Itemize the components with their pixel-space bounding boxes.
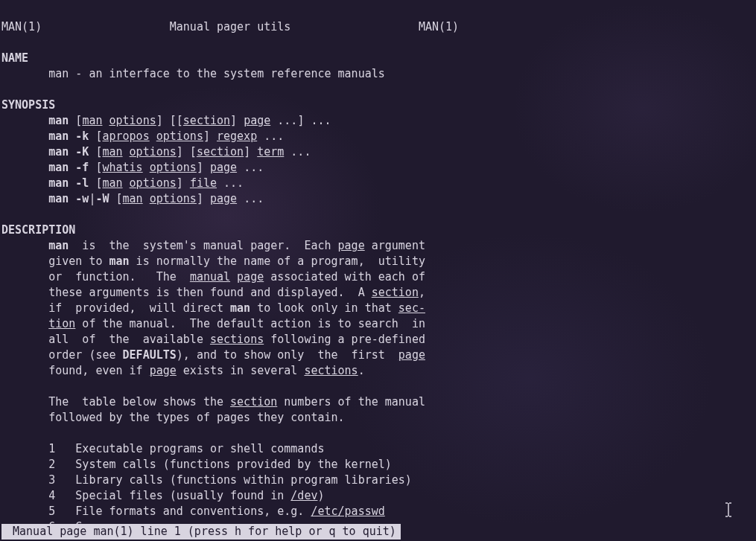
- syn-term-u: term: [257, 145, 284, 159]
- table-row: 1 Executable programs or shell commands: [48, 442, 324, 455]
- syn-page-u2: page: [210, 161, 237, 174]
- desc-page-u4: page: [150, 364, 177, 377]
- syn-file-u: file: [190, 176, 217, 190]
- header-line: MAN(1) Manual pager utils MAN(1): [1, 20, 459, 33]
- syn-apropos-u: apropos: [102, 129, 149, 143]
- text-cursor-icon: [723, 502, 734, 520]
- syn-man-u2: man: [102, 145, 122, 159]
- table-row: 3 Library calls (functions within progra…: [48, 473, 412, 487]
- desc-man-b3: man: [230, 301, 250, 315]
- syn-man-k: man -k: [48, 129, 89, 143]
- desc-page-u3: page: [398, 348, 425, 362]
- desc-defaults-b: DEFAULTS: [123, 348, 177, 362]
- section-description-header: DESCRIPTION: [1, 223, 75, 237]
- path-passwd: /etc/passwd: [311, 505, 384, 518]
- desc-manual-u: manual: [190, 270, 230, 284]
- syn-man-l: man -l: [48, 176, 89, 190]
- syn-opts-u3: options: [130, 145, 177, 159]
- name-line: man - an interface to the system referen…: [48, 67, 385, 80]
- manpage-content[interactable]: MAN(1) Manual pager utils MAN(1) NAME ma…: [0, 0, 756, 535]
- section-name-header: NAME: [1, 51, 28, 65]
- syn-section-u: section: [183, 114, 230, 127]
- syn-page-u3: page: [210, 192, 237, 205]
- syn-section-u2: section: [197, 145, 244, 159]
- table-row: 5 File formats and conventions, e.g. /et…: [48, 505, 385, 518]
- desc-sections-u2: sections: [304, 364, 358, 377]
- syn-man-w: man -w: [48, 192, 89, 205]
- desc-man-b2: man: [109, 255, 130, 268]
- terminal-window: MAN(1) Manual pager utils MAN(1) NAME ma…: [0, 0, 756, 541]
- syn-page-u: page: [244, 114, 270, 127]
- pager-status-bar[interactable]: Manual page man(1) line 1 (press h for h…: [1, 524, 401, 540]
- syn-man-f: man -f: [48, 161, 89, 174]
- desc-man-b1: man: [48, 239, 69, 252]
- desc-sec-hy: sec-: [398, 301, 425, 315]
- desc-sections-u1: sections: [210, 333, 264, 346]
- syn-man-K: man -K: [48, 145, 89, 159]
- syn-opts-u2: options: [156, 129, 203, 143]
- syn-opts-u5: options: [130, 176, 177, 190]
- syn-whatis-u: whatis: [102, 161, 142, 174]
- section-synopsis-header: SYNOPSIS: [1, 98, 55, 112]
- syn-man-u4: man: [123, 192, 143, 205]
- desc-page-u1: page: [338, 239, 365, 252]
- syn-man-u3: man: [102, 176, 122, 190]
- desc-section-u1: section: [372, 286, 419, 299]
- syn-man-W: -W: [95, 192, 109, 205]
- syn-opts-u4: options: [150, 161, 197, 174]
- desc-section-u2: section: [230, 395, 277, 409]
- desc-page-u2: page: [237, 270, 264, 284]
- desc-tion-u: tion: [48, 317, 75, 330]
- syn-opts-u6: options: [150, 192, 197, 205]
- syn-regexp-u: regexp: [217, 129, 257, 143]
- table-row: 4 Special files (usually found in /dev): [48, 489, 324, 502]
- path-dev: /dev: [290, 489, 317, 502]
- syn-man-u: man: [82, 114, 102, 127]
- syn-man: man: [48, 114, 69, 127]
- table-row: 2 System calls (functions provided by th…: [48, 458, 392, 471]
- syn-opts-u: options: [109, 114, 156, 127]
